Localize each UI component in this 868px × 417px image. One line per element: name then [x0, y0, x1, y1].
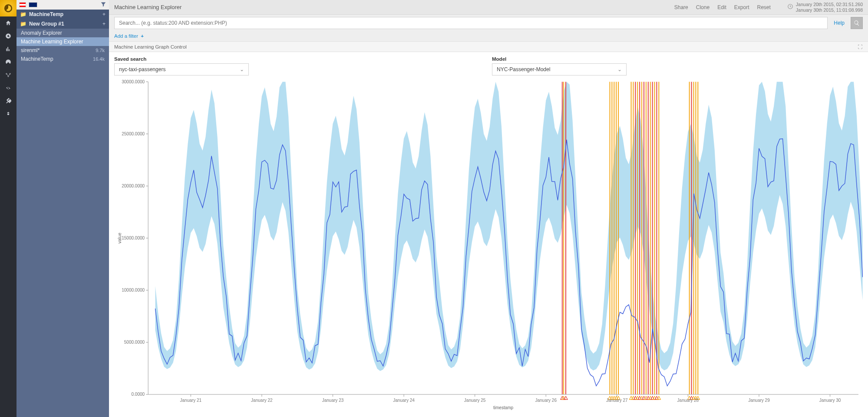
plus-icon[interactable]: +: [102, 11, 106, 17]
svg-text:January 22: January 22: [251, 398, 273, 403]
saved-search-select[interactable]: nyc-taxi-passengers ⌄: [114, 63, 249, 76]
management-icon[interactable]: [0, 108, 17, 121]
svg-text:January 30: January 30: [819, 398, 841, 403]
side-item-label: Anomaly Explorer: [21, 30, 62, 36]
search-row: Help: [109, 15, 868, 30]
svg-text:January 26: January 26: [535, 398, 557, 403]
svg-text:30000.0000: 30000.0000: [122, 79, 145, 84]
help-link[interactable]: Help: [831, 20, 847, 26]
svg-text:5000.0000: 5000.0000: [124, 340, 145, 345]
side-panel: 📁MachineTemp + 📁New Group #1 + Anomaly E…: [17, 0, 109, 417]
graph-icon[interactable]: [0, 69, 17, 82]
group-label: New Group #1: [29, 21, 64, 27]
filter-funnel-icon[interactable]: [100, 1, 106, 9]
plus-icon: +: [139, 33, 144, 39]
side-item-sirenml[interactable]: sirenml* 9.7k: [17, 46, 109, 55]
svg-text:January 27: January 27: [606, 398, 628, 403]
add-filter-link[interactable]: Add a filter +: [114, 33, 144, 39]
visualize-icon[interactable]: [0, 43, 17, 56]
svg-text:value: value: [117, 233, 122, 243]
select-value: nyc-taxi-passengers: [119, 66, 165, 72]
app-logo[interactable]: [0, 0, 17, 16]
panel-title: Machine Learning Graph Control: [114, 44, 187, 49]
reset-button[interactable]: Reset: [757, 4, 771, 10]
edit-button[interactable]: Edit: [717, 4, 726, 10]
search-button[interactable]: [851, 17, 863, 29]
svg-text:20000.0000: 20000.0000: [122, 184, 145, 188]
home-icon[interactable]: [0, 16, 17, 30]
side-item-label: sirenml*: [21, 47, 40, 53]
plus-icon[interactable]: +: [102, 21, 106, 27]
clone-button[interactable]: Clone: [696, 4, 710, 10]
filter-row: Add a filter +: [109, 30, 868, 42]
dashboard-icon[interactable]: [0, 56, 17, 69]
svg-text:15000.0000: 15000.0000: [122, 236, 145, 240]
model-select[interactable]: NYC-Passenger-Model ⌄: [492, 63, 627, 76]
topbar-actions: Share Clone Edit Export Reset January 20…: [674, 2, 863, 13]
svg-text:0.0000: 0.0000: [131, 392, 145, 397]
ml-timeseries-chart[interactable]: 0.00005000.000010000.000015000.000020000…: [114, 77, 863, 414]
flag2-icon[interactable]: [29, 2, 37, 7]
svg-text:timestamp: timestamp: [493, 405, 514, 410]
folder-icon: 📁: [20, 11, 26, 17]
side-item-label: Machine Learning Explorer: [21, 39, 83, 45]
controls: Saved search nyc-taxi-passengers ⌄ Model…: [109, 52, 868, 77]
saved-search-label: Saved search: [114, 56, 249, 62]
clock-icon: [787, 3, 793, 11]
time-to: January 30th 2015, 11:01:08.998: [796, 7, 863, 13]
panel-header: Machine Learning Graph Control ⛶: [109, 42, 868, 52]
side-top: [17, 0, 109, 10]
side-item-label: MachineTemp: [21, 56, 53, 62]
side-group-newgroup[interactable]: 📁New Group #1 +: [17, 19, 109, 29]
devtools-icon[interactable]: [0, 95, 17, 108]
export-button[interactable]: Export: [734, 4, 749, 10]
page-title: Machine Learning Explorer: [114, 4, 182, 10]
flag-icon[interactable]: [19, 2, 26, 7]
folder-icon: 📁: [20, 21, 26, 27]
topbar: Machine Learning Explorer Share Clone Ed…: [109, 0, 868, 15]
svg-text:January 23: January 23: [322, 398, 344, 403]
side-item-ml-explorer[interactable]: Machine Learning Explorer: [17, 37, 109, 46]
time-from: January 20th 2015, 02:31:51.260: [796, 2, 863, 7]
side-item-machinetemp[interactable]: MachineTemp 16.4k: [17, 55, 109, 63]
time-range[interactable]: January 20th 2015, 02:31:51.260 January …: [787, 2, 863, 13]
svg-text:10000.0000: 10000.0000: [122, 288, 145, 292]
side-item-count: 9.7k: [96, 48, 105, 53]
svg-text:January 28: January 28: [677, 398, 699, 403]
svg-text:25000.0000: 25000.0000: [122, 131, 145, 136]
svg-text:January 24: January 24: [393, 398, 415, 403]
chevron-down-icon: ⌄: [617, 66, 622, 72]
expand-icon[interactable]: ⛶: [858, 44, 863, 49]
group-label: MachineTemp: [29, 11, 63, 17]
model-label: Model: [492, 56, 627, 62]
main: Machine Learning Explorer Share Clone Ed…: [109, 0, 868, 417]
chevron-down-icon: ⌄: [240, 66, 244, 72]
discover-icon[interactable]: [0, 30, 17, 43]
select-value: NYC-Passenger-Model: [497, 66, 550, 72]
svg-text:January 21: January 21: [180, 398, 202, 403]
icon-rail: [0, 0, 17, 417]
side-group-machinetemp[interactable]: 📁MachineTemp +: [17, 10, 109, 19]
side-item-count: 16.4k: [93, 56, 105, 62]
svg-text:January 29: January 29: [748, 398, 770, 403]
chart-container: 0.00005000.000010000.000015000.000020000…: [109, 77, 868, 417]
side-item-anomaly-explorer[interactable]: Anomaly Explorer: [17, 29, 109, 37]
share-button[interactable]: Share: [674, 4, 688, 10]
svg-text:January 25: January 25: [464, 398, 486, 403]
search-input[interactable]: [114, 17, 828, 29]
settings-icon[interactable]: [0, 82, 17, 95]
